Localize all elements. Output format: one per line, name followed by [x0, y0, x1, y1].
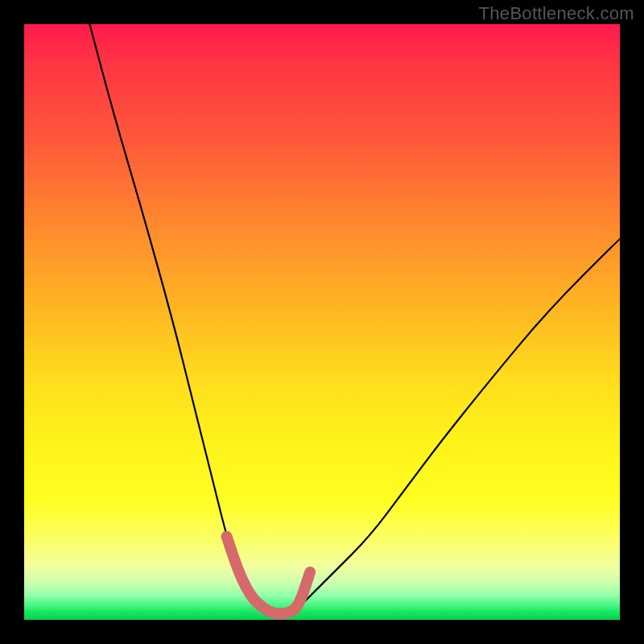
plot-area — [24, 24, 620, 620]
curve-layer — [24, 24, 620, 620]
chart-frame: TheBottleneck.com — [0, 0, 644, 644]
watermark-text: TheBottleneck.com — [479, 3, 634, 24]
trough-highlight — [227, 536, 311, 613]
bottleneck-curve — [89, 24, 620, 614]
